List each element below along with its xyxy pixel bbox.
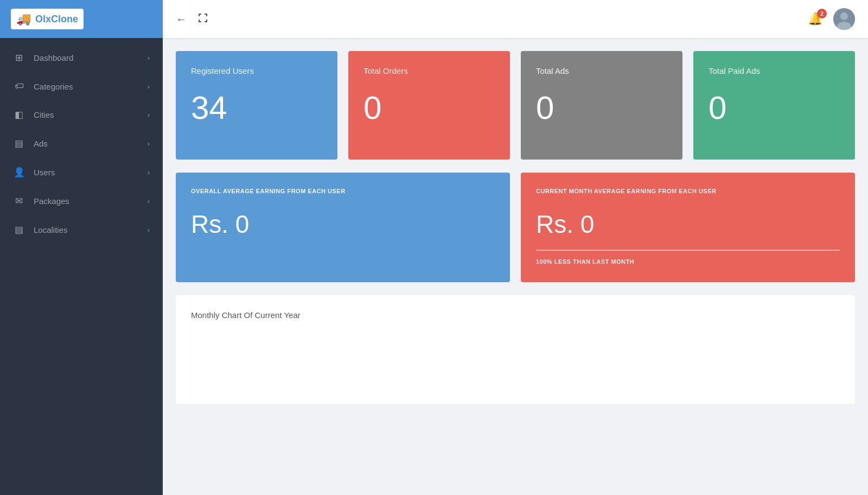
chevron-right-icon: › (148, 226, 150, 234)
logo-box[interactable]: 🚚 OlxClone (11, 9, 84, 29)
sidebar-item-label: Ads (34, 139, 48, 148)
stat-value-total-paid-ads: 0 (709, 92, 840, 124)
topbar: ← 🔔 2 (163, 0, 868, 38)
chevron-right-icon: › (148, 168, 150, 176)
chevron-right-icon: › (148, 139, 150, 148)
stat-value-total-ads: 0 (536, 92, 667, 124)
sidebar-item-label: Categories (34, 82, 73, 91)
stat-cards: Registered Users 34 Total Orders 0 Total… (176, 51, 855, 160)
current-month-earning-card: CURRENT MONTH AVERAGE EARNING FROM EACH … (521, 173, 855, 282)
users-icon: 👤 (13, 167, 25, 178)
chevron-right-icon: › (148, 54, 150, 62)
current-month-earning-label: CURRENT MONTH AVERAGE EARNING FROM EACH … (536, 188, 840, 194)
sidebar-item-ads[interactable]: ▤ Ads › (0, 129, 163, 158)
overall-earning-value: Rs. 0 (191, 210, 495, 239)
topbar-right: 🔔 2 (808, 8, 855, 30)
logo-text-part2: Clone (51, 14, 78, 24)
dashboard-content: Registered Users 34 Total Orders 0 Total… (163, 38, 868, 495)
logo-text-part1: Olx (35, 14, 51, 24)
stat-card-registered-users: Registered Users 34 (176, 51, 337, 160)
ads-icon: ▤ (13, 138, 25, 149)
back-button[interactable]: ← (176, 13, 187, 26)
nav-items: ⊞ Dashboard › 🏷 Categories › ◧ Cities › … (0, 43, 163, 244)
sidebar-item-label: Users (34, 168, 55, 177)
chart-title: Monthly Chart Of Current Year (191, 310, 840, 320)
stat-label-total-paid-ads: Total Paid Ads (709, 66, 840, 75)
earning-cards: OVERALL AVERAGE EARNING FROM EACH USER R… (176, 173, 855, 282)
sidebar-logo: 🚚 OlxClone (0, 0, 163, 38)
logo-text: OlxClone (35, 14, 78, 25)
dashboard-icon: ⊞ (13, 52, 25, 64)
main-content: ← 🔔 2 (163, 0, 868, 495)
sidebar-item-label: Cities (34, 110, 54, 119)
stat-card-total-paid-ads: Total Paid Ads 0 (693, 51, 855, 160)
cities-icon: ◧ (13, 109, 25, 120)
chart-section: Monthly Chart Of Current Year (176, 295, 855, 404)
stat-label-total-orders: Total Orders (363, 66, 495, 75)
sidebar: 🚚 OlxClone ⊞ Dashboard › 🏷 Categories › … (0, 0, 163, 495)
overall-earning-label: OVERALL AVERAGE EARNING FROM EACH USER (191, 188, 495, 194)
chevron-right-icon: › (148, 82, 150, 91)
stat-label-registered-users: Registered Users (191, 66, 322, 75)
categories-icon: 🏷 (13, 81, 25, 92)
stat-label-total-ads: Total Ads (536, 66, 667, 75)
overall-earning-card: OVERALL AVERAGE EARNING FROM EACH USER R… (176, 173, 510, 282)
divider (536, 250, 840, 251)
expand-button[interactable] (197, 12, 208, 26)
notification-button[interactable]: 🔔 2 (808, 12, 822, 26)
sidebar-item-packages[interactable]: ✉ Packages › (0, 187, 163, 215)
topbar-left: ← (176, 12, 208, 26)
chevron-right-icon: › (148, 197, 150, 205)
packages-icon: ✉ (13, 195, 25, 207)
sidebar-item-label: Dashboard (34, 53, 73, 62)
stat-card-total-orders: Total Orders 0 (348, 51, 510, 160)
sidebar-item-localities[interactable]: ▤ Localities › (0, 215, 163, 244)
sidebar-item-label: Packages (34, 196, 69, 206)
avatar[interactable] (833, 8, 855, 30)
sidebar-item-dashboard[interactable]: ⊞ Dashboard › (0, 43, 163, 72)
current-month-earning-value: Rs. 0 (536, 210, 840, 239)
stat-value-total-orders: 0 (363, 92, 495, 124)
sidebar-item-categories[interactable]: 🏷 Categories › (0, 72, 163, 100)
stat-value-registered-users: 34 (191, 92, 322, 124)
sidebar-item-label: Localities (34, 225, 68, 234)
notification-badge: 2 (817, 9, 827, 18)
svg-point-1 (840, 12, 848, 20)
sidebar-item-users[interactable]: 👤 Users › (0, 158, 163, 187)
localities-icon: ▤ (13, 224, 25, 236)
stat-card-total-ads: Total Ads 0 (521, 51, 682, 160)
earning-comparison: 100% LESS THAN LAST MONTH (536, 258, 840, 265)
sidebar-item-cities[interactable]: ◧ Cities › (0, 100, 163, 129)
logo-truck-icon: 🚚 (16, 12, 31, 26)
chevron-right-icon: › (148, 111, 150, 119)
